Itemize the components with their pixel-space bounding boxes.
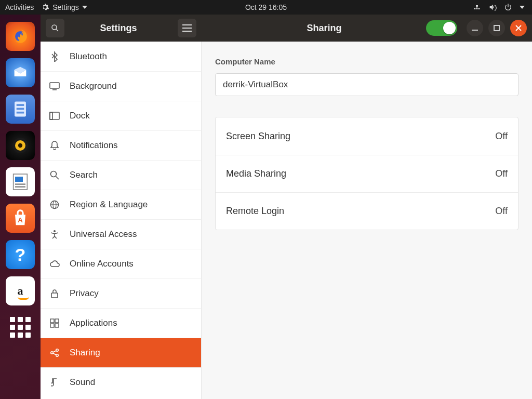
lock-icon <box>49 289 60 298</box>
dock-item-amazon[interactable]: a <box>6 276 35 305</box>
svg-rect-23 <box>50 112 52 119</box>
search-button[interactable] <box>46 19 64 37</box>
sidebar-item-dock[interactable]: Dock <box>41 101 201 130</box>
thunderbird-icon <box>11 64 29 82</box>
dock-item-writer[interactable] <box>6 167 35 196</box>
sidebar-item-search[interactable]: Search <box>41 160 201 190</box>
sharing-master-toggle[interactable] <box>426 20 457 36</box>
svg-rect-11 <box>15 186 25 188</box>
desktop: A ? a Settings <box>0 15 532 399</box>
power-icon <box>504 3 512 11</box>
dock-item-files[interactable] <box>6 95 35 124</box>
sidebar-item-label: Bluetooth <box>70 51 107 62</box>
dock-item-help[interactable]: ? <box>6 240 35 269</box>
shopping-bag-icon: A <box>10 208 31 229</box>
firefox-icon <box>11 28 29 45</box>
activities-button[interactable]: Activities <box>5 3 34 11</box>
sidebar-item-online-accounts[interactable]: Online Accounts <box>41 249 201 278</box>
chevron-down-icon <box>82 6 87 9</box>
svg-point-7 <box>18 143 22 148</box>
svg-rect-3 <box>17 108 24 110</box>
clock[interactable]: Oct 29 16:05 <box>245 3 287 11</box>
bell-icon <box>49 141 60 150</box>
sidebar-item-label: Dock <box>70 111 90 121</box>
svg-rect-33 <box>50 324 54 327</box>
sidebar-item-bluetooth[interactable]: Bluetooth <box>41 42 201 71</box>
svg-rect-30 <box>51 293 58 298</box>
headerbar: Settings Sharing <box>41 15 532 42</box>
sidebar-item-background[interactable]: Background <box>41 71 201 101</box>
applications-icon <box>49 318 60 328</box>
document-icon <box>10 171 31 192</box>
sidebar-item-universal-access[interactable]: Universal Access <box>41 219 201 249</box>
svg-rect-15 <box>182 24 192 25</box>
sidebar-title: Settings <box>64 23 172 34</box>
svg-line-25 <box>56 177 59 180</box>
option-media-sharing[interactable]: Media Sharing Off <box>216 155 518 192</box>
option-label: Screen Sharing <box>226 131 290 142</box>
files-icon <box>12 100 28 118</box>
sidebar-item-applications[interactable]: Applications <box>41 308 201 338</box>
svg-rect-16 <box>182 28 192 29</box>
sidebar-item-label: Online Accounts <box>70 259 134 269</box>
dock-item-show-applications[interactable] <box>6 313 35 342</box>
maximize-button[interactable] <box>488 20 505 36</box>
svg-rect-34 <box>55 324 59 327</box>
minimize-button[interactable] <box>467 20 483 36</box>
svg-rect-18 <box>472 30 478 31</box>
svg-point-37 <box>56 354 58 356</box>
hamburger-menu-button[interactable] <box>178 19 196 37</box>
svg-rect-32 <box>55 319 59 323</box>
svg-point-35 <box>51 352 53 354</box>
dock-item-thunderbird[interactable] <box>6 58 35 87</box>
svg-rect-4 <box>17 112 24 114</box>
svg-point-24 <box>51 171 57 177</box>
computer-name-label: Computer Name <box>215 57 518 66</box>
option-status: Off <box>495 131 508 142</box>
gnome-topbar: Activities Settings Oct 29 16:05 <box>0 0 532 15</box>
system-status-area[interactable] <box>473 3 532 11</box>
computer-name-input[interactable] <box>215 73 518 96</box>
sidebar-item-label: Search <box>70 170 98 180</box>
globe-icon <box>49 200 60 209</box>
app-menu-label: Settings <box>52 3 79 11</box>
sidebar-item-privacy[interactable]: Privacy <box>41 278 201 308</box>
close-icon <box>515 25 522 31</box>
chevron-down-icon <box>520 6 525 9</box>
dock-icon <box>49 112 60 120</box>
svg-rect-17 <box>182 31 192 32</box>
dock-item-firefox[interactable] <box>6 22 35 51</box>
svg-rect-10 <box>15 183 25 185</box>
volume-icon <box>488 3 497 11</box>
maximize-icon <box>494 25 500 31</box>
panel-title: Sharing <box>202 23 426 34</box>
app-menu[interactable]: Settings <box>41 3 87 11</box>
svg-point-36 <box>56 349 58 351</box>
svg-point-29 <box>54 230 56 232</box>
svg-rect-31 <box>50 319 54 323</box>
sidebar-item-notifications[interactable]: Notifications <box>41 130 201 160</box>
dock-item-rhythmbox[interactable] <box>6 131 35 160</box>
svg-rect-19 <box>494 25 499 31</box>
svg-line-14 <box>56 29 58 31</box>
sidebar-item-label: Region & Language <box>70 200 148 210</box>
display-icon <box>49 82 60 90</box>
bluetooth-icon <box>49 51 60 62</box>
gear-icon <box>41 3 49 11</box>
svg-rect-9 <box>15 177 23 182</box>
sidebar-item-region[interactable]: Region & Language <box>41 190 201 219</box>
option-label: Media Sharing <box>226 168 286 179</box>
option-screen-sharing[interactable]: Screen Sharing Off <box>216 117 518 155</box>
dock-item-software[interactable]: A <box>6 204 35 233</box>
music-icon <box>49 378 60 387</box>
option-status: Off <box>495 206 508 217</box>
sidebar-item-sharing[interactable]: Sharing <box>41 338 201 367</box>
dock: A ? a <box>0 15 41 399</box>
speaker-icon <box>10 135 31 156</box>
svg-rect-20 <box>50 83 59 88</box>
option-remote-login[interactable]: Remote Login Off <box>216 192 518 230</box>
hamburger-icon <box>182 24 192 32</box>
sidebar-item-sound[interactable]: Sound <box>41 367 201 397</box>
close-button[interactable] <box>510 20 527 36</box>
svg-point-13 <box>52 25 57 30</box>
